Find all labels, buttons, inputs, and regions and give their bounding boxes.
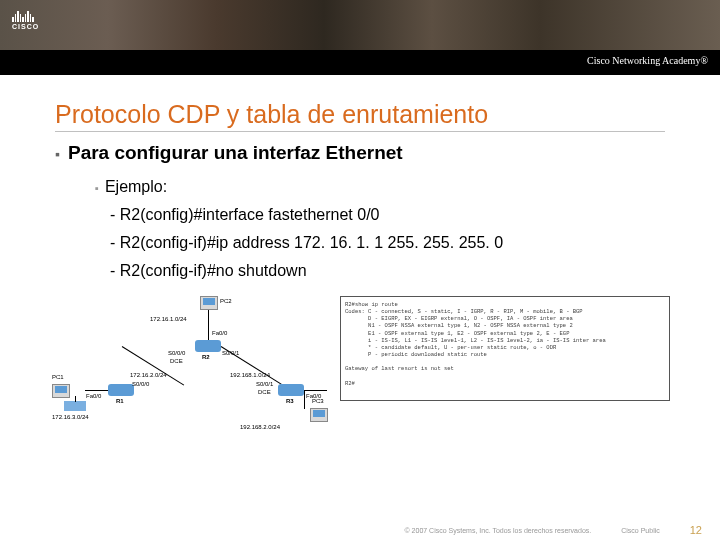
r1-icon — [108, 384, 134, 396]
logo-text: CISCO — [12, 23, 39, 30]
slide-header: CISCO Cisco Networking Academy® — [0, 0, 720, 75]
net-top: 172.16.1.0/24 — [150, 316, 187, 322]
net-rightbot: 192.168.2.0/24 — [240, 424, 280, 430]
code-line-1: - R2(config)#interface fastethernet 0/0 — [110, 206, 665, 224]
pc3-label: PC3 — [312, 398, 324, 404]
switch-left — [64, 401, 86, 411]
sub-bullet-text: Ejemplo: — [105, 178, 167, 196]
public-text: Cisco Public — [621, 527, 660, 534]
r1-s000: S0/0/0 — [132, 381, 149, 387]
academy-text: Cisco Networking Academy® — [587, 55, 708, 66]
r3-s001: S0/0/1 — [256, 381, 273, 387]
cisco-logo: CISCO — [12, 8, 39, 30]
code-line-3: - R2(config-if)#no shutdown — [110, 262, 665, 280]
r1-label: R1 — [116, 398, 124, 404]
r3-icon — [278, 384, 304, 396]
net-leftmid: 172.16.2.0/24 — [130, 372, 167, 378]
r2-fa00: Fa0/0 — [212, 330, 227, 336]
main-bullet: Para configurar una interfaz Ethernet — [55, 142, 665, 164]
graphics-row: PC2 172.16.1.0/24 R2 Fa0/0 S0/0/0 DCE S0… — [0, 296, 720, 434]
slide-footer: © 2007 Cisco Systems, Inc. Todos los der… — [0, 520, 720, 540]
pc2-label: PC2 — [220, 298, 232, 304]
dce-l: DCE — [170, 358, 183, 364]
page-number: 12 — [690, 524, 702, 536]
slide-content: Protocolo CDP y tabla de enrutamiento Pa… — [0, 75, 720, 280]
r2-icon — [195, 340, 221, 352]
r3-label: R3 — [286, 398, 294, 404]
s001-r2r: S0/0/1 — [222, 350, 239, 356]
pc1-icon — [52, 384, 70, 398]
net-leftbot: 172.16.3.0/24 — [52, 414, 89, 420]
slide-title: Protocolo CDP y tabla de enrutamiento — [55, 100, 665, 132]
copyright-text: © 2007 Cisco Systems, Inc. Todos los der… — [405, 527, 592, 534]
s000-r2l: S0/0/0 — [168, 350, 185, 356]
code-line-2: - R2(config-if)#ip address 172. 16. 1. 1… — [110, 234, 665, 252]
route-output-box: R2#show ip route Codes: C - connected, S… — [340, 296, 670, 401]
pc1-label: PC1 — [52, 374, 64, 380]
r1-fa00: Fa0/0 — [86, 393, 101, 399]
r2-label: R2 — [202, 354, 210, 360]
main-bullet-text: Para configurar una interfaz Ethernet — [68, 142, 403, 164]
net-rightmid: 192.168.1.0/24 — [230, 372, 270, 378]
sub-bullet: Ejemplo: — [95, 178, 665, 196]
header-photo-strip — [0, 0, 720, 50]
pc3-icon — [310, 408, 328, 422]
network-diagram: PC2 172.16.1.0/24 R2 Fa0/0 S0/0/0 DCE S0… — [50, 296, 330, 434]
dce-r: DCE — [258, 389, 271, 395]
pc2-icon — [200, 296, 218, 310]
